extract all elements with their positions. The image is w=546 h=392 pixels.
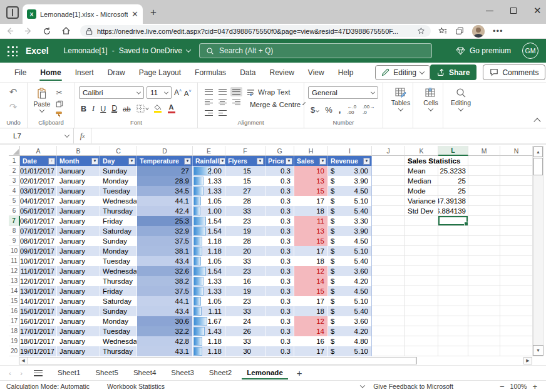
cell-sales[interactable]: 13 — [294, 176, 328, 186]
cell-temperature[interactable]: 32.9 — [137, 226, 193, 236]
cell-flyers[interactable]: 28 — [225, 196, 265, 206]
column-header-D[interactable]: D — [137, 146, 193, 156]
cell-N20[interactable] — [500, 346, 533, 356]
cell-temperature[interactable]: 43.1 — [137, 346, 193, 356]
table-header-sales[interactable]: Sales▼ — [294, 156, 328, 166]
home-icon[interactable] — [56, 26, 75, 36]
cell-temperature[interactable]: 25.3 — [137, 216, 193, 226]
cell-day[interactable]: Wednesday — [100, 336, 137, 346]
stat-value-median[interactable]: 25 — [438, 176, 468, 186]
row-header-10[interactable]: 10 — [9, 246, 20, 256]
sheet-tab-sheet4[interactable]: Sheet4 — [126, 366, 163, 379]
cell-K15[interactable] — [405, 296, 438, 306]
cell-sales[interactable]: 17 — [294, 246, 328, 256]
cell-K10[interactable] — [405, 246, 438, 256]
decrease-indent-button[interactable] — [205, 110, 213, 116]
cell-rainfall[interactable]: 1.18 — [193, 336, 225, 346]
cell-month[interactable]: January — [57, 166, 100, 176]
cell-sales[interactable]: 16 — [294, 336, 328, 346]
table-header-flyers[interactable]: Flyers▼ — [225, 156, 265, 166]
cell-M2[interactable] — [468, 166, 500, 176]
filter-icon[interactable]: ▼ — [363, 158, 370, 165]
table-header-revenue[interactable]: Revenue▼ — [328, 156, 372, 166]
window-close-button[interactable]: ✕ — [533, 7, 541, 14]
strikethrough-button[interactable]: ab — [123, 105, 130, 113]
cell-revenue[interactable]: $5.10 — [328, 246, 372, 256]
cell-N17[interactable] — [500, 316, 533, 326]
row-header-2[interactable]: 2 — [9, 166, 20, 176]
cells-button[interactable]: Cells — [417, 86, 445, 111]
cell-rainfall[interactable]: 1.54 — [193, 226, 225, 236]
app-name[interactable]: Excel — [26, 46, 49, 56]
cell-date[interactable]: 10/01/2017 — [20, 256, 57, 266]
cell-flyers[interactable]: 23 — [225, 216, 265, 226]
horizontal-scrollbar[interactable]: ◀ ▶ — [0, 356, 546, 365]
cell-L9[interactable] — [438, 236, 468, 246]
column-header-J[interactable]: J — [372, 146, 405, 156]
go-premium-button[interactable]: Go premium — [456, 46, 511, 55]
cell-sales[interactable]: 10 — [294, 166, 328, 176]
tab-home[interactable]: Home — [33, 63, 68, 81]
stat-value-mode[interactable]: 25 — [438, 186, 468, 196]
cell-K19[interactable] — [405, 336, 438, 346]
cell-date[interactable]: 18/01/2017 — [20, 336, 57, 346]
browser-menu-icon[interactable]: ••• — [493, 26, 503, 36]
cell-rainfall[interactable]: 1.11 — [193, 306, 225, 316]
row-header-11[interactable]: 11 — [9, 256, 20, 266]
cell-price[interactable]: 0.3 — [265, 166, 294, 176]
cell-day[interactable]: Thursday — [100, 346, 137, 356]
cell-J14[interactable] — [372, 286, 405, 296]
cell-month[interactable]: January — [57, 206, 100, 216]
row-header-14[interactable]: 14 — [9, 286, 20, 296]
cell-flyers[interactable]: 15 — [225, 166, 265, 176]
cell-temperature[interactable]: 38.2 — [137, 276, 193, 286]
cell-revenue[interactable]: $4.50 — [328, 186, 372, 196]
cell-month[interactable]: January — [57, 286, 100, 296]
fill-color-button[interactable] — [154, 105, 162, 113]
cell-day[interactable]: Saturday — [100, 296, 137, 306]
prev-sheet-icon[interactable]: ‹ — [5, 369, 15, 377]
cell-M4[interactable] — [468, 186, 500, 196]
cell-K8[interactable] — [405, 226, 438, 236]
cell-sales[interactable]: 18 — [294, 206, 328, 216]
cell-sales[interactable]: 12 — [294, 266, 328, 276]
cell-day[interactable]: Monday — [100, 246, 137, 256]
cell-rainfall[interactable]: 1.33 — [193, 276, 225, 286]
cell-M12[interactable] — [468, 266, 500, 276]
cell-temperature[interactable]: 43.4 — [137, 256, 193, 266]
tab-data[interactable]: Data — [233, 63, 262, 81]
cell-date[interactable]: 01/01/2017 — [20, 166, 57, 176]
cell-N8[interactable] — [500, 226, 533, 236]
scroll-up-icon[interactable]: ▲ — [533, 147, 543, 157]
cell-rainfall[interactable]: 1.54 — [193, 216, 225, 226]
cell-price[interactable]: 0.3 — [265, 246, 294, 256]
cell-M3[interactable] — [468, 176, 500, 186]
paste-button[interactable]: Paste — [31, 86, 53, 118]
cell-temperature[interactable]: 37.5 — [137, 236, 193, 246]
document-title[interactable]: Lemonade[1] - Saved to OneDrive — [64, 46, 190, 55]
cell-temperature[interactable]: 37.5 — [137, 286, 193, 296]
cell-N12[interactable] — [500, 266, 533, 276]
row-header-8[interactable]: 8 — [9, 226, 20, 236]
cell-date[interactable]: 14/01/2017 — [20, 296, 57, 306]
scroll-down-icon[interactable]: ▼ — [533, 345, 543, 356]
cell-price[interactable]: 0.3 — [265, 296, 294, 306]
cell-date[interactable]: 13/01/2017 — [20, 286, 57, 296]
cell-sales[interactable]: 15 — [294, 236, 328, 246]
cell-M16[interactable] — [468, 306, 500, 316]
cell-M15[interactable] — [468, 296, 500, 306]
cell-price[interactable]: 0.3 — [265, 346, 294, 356]
cell-M11[interactable] — [468, 256, 500, 266]
cell-revenue[interactable]: $3.90 — [328, 226, 372, 236]
cell-N15[interactable] — [500, 296, 533, 306]
cell-M19[interactable] — [468, 336, 500, 346]
cell-K20[interactable] — [405, 346, 438, 356]
tab-review[interactable]: Review — [262, 63, 301, 81]
cell-J15[interactable] — [372, 296, 405, 306]
filter-icon[interactable]: ▼ — [128, 158, 135, 165]
cell-J19[interactable] — [372, 336, 405, 346]
chevron-down-icon[interactable] — [360, 383, 365, 388]
decrease-decimal-icon[interactable]: .00→.0 — [363, 104, 374, 115]
cell-month[interactable]: January — [57, 236, 100, 246]
column-header-A[interactable]: A — [20, 146, 57, 156]
